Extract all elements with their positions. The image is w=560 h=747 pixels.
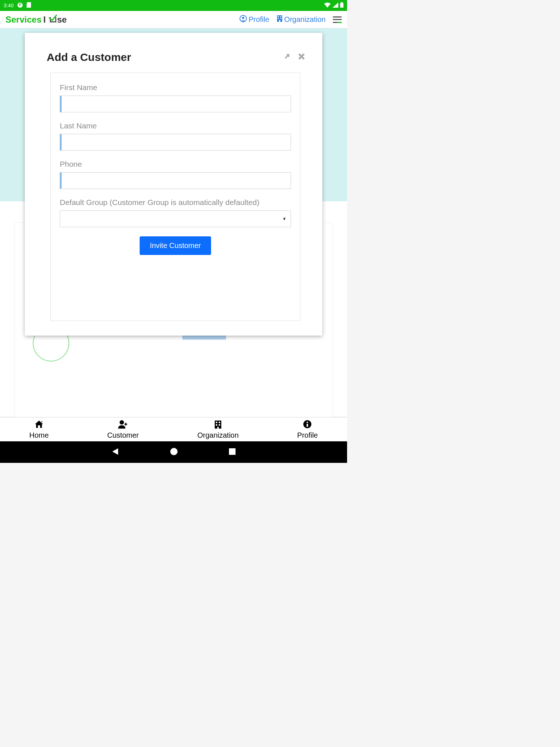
svg-point-12	[120, 420, 124, 425]
svg-rect-15	[219, 422, 220, 423]
first-name-label: First Name	[60, 83, 291, 92]
nav-profile[interactable]: Profile	[297, 420, 318, 440]
bottom-nav: Home Customer Organization Profile	[0, 417, 347, 441]
logo-services-text: Services	[5, 15, 42, 25]
svg-text:P: P	[19, 3, 22, 7]
svg-rect-17	[219, 424, 220, 426]
svg-point-5	[242, 17, 244, 19]
svg-rect-18	[217, 427, 219, 429]
header-profile-label: Profile	[249, 15, 269, 24]
nav-home[interactable]: Home	[29, 420, 48, 440]
status-bar: 3:40 P	[0, 0, 347, 11]
system-nav	[0, 441, 347, 463]
building-icon	[277, 15, 283, 24]
nav-organization-label: Organization	[197, 431, 238, 440]
customer-icon	[117, 420, 128, 430]
svg-rect-14	[216, 422, 217, 423]
modal-title: Add a Customer	[47, 51, 131, 63]
app-header: Services I se Profile Organization	[0, 11, 347, 28]
nav-customer[interactable]: Customer	[107, 420, 139, 440]
svg-point-22	[170, 448, 178, 455]
svg-rect-21	[307, 424, 308, 427]
info-icon	[303, 420, 312, 430]
header-organization-label: Organization	[284, 15, 326, 24]
modal-overlay: Add a Customer First Name Last Name Phon…	[0, 28, 347, 416]
menu-button[interactable]	[333, 16, 342, 23]
default-group-select[interactable]	[60, 210, 291, 227]
phone-label: Phone	[60, 160, 291, 169]
svg-rect-11	[279, 20, 280, 22]
svg-rect-2	[340, 3, 343, 8]
recent-button[interactable]	[229, 448, 236, 456]
organization-icon	[214, 420, 222, 430]
status-time: 3:40	[4, 3, 13, 8]
home-icon	[34, 420, 44, 430]
svg-point-20	[307, 422, 308, 423]
nav-organization[interactable]: Organization	[197, 420, 238, 440]
parking-icon: P	[17, 2, 23, 9]
svg-rect-3	[341, 2, 343, 3]
logo-separator: I	[43, 15, 46, 25]
form-container: First Name Last Name Phone Default Group…	[50, 73, 300, 321]
header-organization-link[interactable]: Organization	[277, 15, 326, 24]
signal-icon	[332, 3, 338, 9]
phone-input[interactable]	[60, 172, 291, 189]
home-button[interactable]	[170, 448, 178, 457]
add-customer-modal: Add a Customer First Name Last Name Phon…	[25, 33, 322, 336]
close-icon[interactable]	[298, 53, 306, 62]
first-name-input[interactable]	[60, 96, 291, 112]
expand-icon[interactable]	[283, 53, 291, 62]
default-group-label: Default Group (Customer Group is automat…	[60, 198, 291, 207]
svg-rect-16	[216, 424, 217, 426]
svg-rect-9	[278, 18, 279, 19]
nav-customer-label: Customer	[107, 431, 139, 440]
header-profile-link[interactable]: Profile	[240, 15, 269, 24]
svg-rect-7	[278, 16, 279, 17]
battery-icon	[340, 2, 343, 9]
logo[interactable]: Services I se	[5, 15, 67, 25]
back-button[interactable]	[112, 448, 119, 457]
last-name-input[interactable]	[60, 134, 291, 151]
last-name-label: Last Name	[60, 121, 291, 130]
invite-customer-button[interactable]: Invite Customer	[140, 236, 211, 255]
svg-rect-8	[280, 16, 281, 17]
svg-rect-23	[229, 448, 236, 455]
nav-profile-label: Profile	[297, 431, 318, 440]
svg-rect-10	[280, 18, 281, 19]
wifi-icon	[324, 3, 331, 9]
profile-icon	[240, 15, 247, 24]
logo-checkmark-icon	[47, 15, 57, 25]
nav-home-label: Home	[29, 431, 48, 440]
sd-card-icon	[27, 2, 31, 9]
logo-use-text: se	[57, 15, 67, 25]
